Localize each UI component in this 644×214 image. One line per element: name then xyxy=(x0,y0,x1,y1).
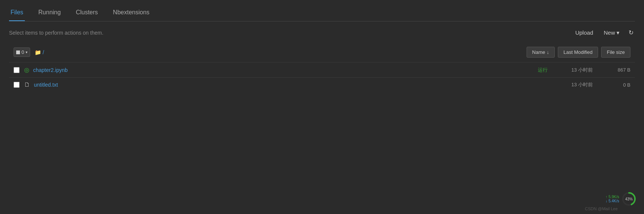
main-container: Files Running Clusters Nbextensions Sele… xyxy=(0,0,644,98)
text-file-icon: 🗋 xyxy=(24,81,30,88)
toolbar-right: Upload New ▾ ↻ xyxy=(572,28,635,38)
tab-running[interactable]: Running xyxy=(37,6,62,21)
tab-nbextensions[interactable]: Nbextensions xyxy=(111,6,151,21)
file-name-0[interactable]: chapter2.ipynb xyxy=(33,67,502,73)
tab-clusters[interactable]: Clusters xyxy=(74,6,99,21)
sort-size-button[interactable]: File size xyxy=(601,47,630,58)
col-name-label: Name xyxy=(532,49,545,55)
file-checkbox-0[interactable] xyxy=(14,67,20,73)
select-dropdown-icon: ▾ xyxy=(26,50,27,54)
toolbar: Select items to perform actions on them.… xyxy=(9,28,635,38)
sort-arrow-icon: ↓ xyxy=(547,49,549,55)
new-button[interactable]: New ▾ xyxy=(601,28,623,38)
file-date-1: 13 小时前 xyxy=(563,81,593,88)
breadcrumb-path[interactable]: / xyxy=(43,49,44,55)
folder-icon: 📁 xyxy=(35,49,41,55)
new-label: New xyxy=(604,29,615,36)
toolbar-instruction: Select items to perform actions on them. xyxy=(9,30,104,36)
stop-icon xyxy=(16,50,20,54)
select-count: 0 xyxy=(21,49,24,55)
file-name-1[interactable]: untitled.txt xyxy=(34,82,502,88)
tab-files[interactable]: Files xyxy=(9,6,25,21)
column-buttons: Name ↓ Last Modified File size xyxy=(527,47,630,58)
net-upload-speed: ↑ 5.9K/s xyxy=(606,195,619,199)
file-meta-1: 13 小时前 0 B xyxy=(502,81,630,88)
new-dropdown-icon: ▾ xyxy=(617,29,620,36)
table-row: 🗋 untitled.txt 13 小时前 0 B xyxy=(9,77,635,92)
watermark: CSDN @Mail Lee xyxy=(585,206,618,211)
upload-button[interactable]: Upload xyxy=(572,28,596,37)
refresh-button[interactable]: ↻ xyxy=(627,28,635,38)
table-row: ◎ chapter2.ipynb 运行 13 小时前 867 B xyxy=(9,62,635,77)
file-meta-0: 运行 13 小时前 867 B xyxy=(502,67,630,73)
file-browser: 0 ▾ 📁 / Name ↓ Last Modified File size xyxy=(9,44,635,92)
sort-name-button[interactable]: Name ↓ xyxy=(527,47,555,58)
file-date-0: 13 小时前 xyxy=(563,67,593,73)
cpu-gauge: 43% xyxy=(621,191,636,206)
tabs-bar: Files Running Clusters Nbextensions xyxy=(9,6,635,21)
sort-modified-button[interactable]: Last Modified xyxy=(558,47,598,58)
network-widget: ↑ 5.9K/s ↓ 5.4K/s 43% xyxy=(606,191,636,206)
notebook-icon: ◎ xyxy=(24,66,29,73)
file-checkbox-1[interactable] xyxy=(14,82,20,88)
file-status-0: 运行 xyxy=(538,67,548,73)
file-size-1: 0 B xyxy=(608,82,630,88)
file-header-row: 0 ▾ 📁 / Name ↓ Last Modified File size xyxy=(9,44,635,61)
file-size-0: 867 B xyxy=(608,67,630,73)
col-size-label: File size xyxy=(607,49,625,55)
breadcrumb: 📁 / xyxy=(35,49,44,55)
cpu-label: 43% xyxy=(625,197,633,201)
col-modified-label: Last Modified xyxy=(563,49,592,55)
select-all-button[interactable]: 0 ▾ xyxy=(14,47,30,57)
network-stats: ↑ 5.9K/s ↓ 5.4K/s xyxy=(606,195,619,203)
net-download-speed: ↓ 5.4K/s xyxy=(606,199,619,203)
